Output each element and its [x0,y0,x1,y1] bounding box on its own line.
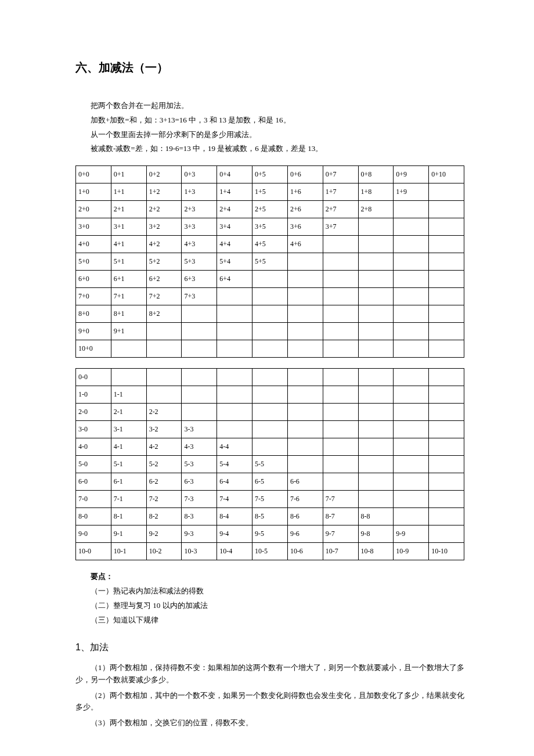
table-cell [252,340,288,358]
table-cell: 10-3 [182,543,217,560]
table-cell: 5-0 [76,456,111,473]
table-cell [429,253,464,271]
table-cell: 6+0 [76,271,111,288]
table-cell [394,288,429,305]
key-points: 要点： （一）熟记表内加法和减法的得数 （二）整理与复习 10 以内的加减法 （… [75,571,464,626]
table-cell: 5-3 [182,456,217,473]
table-cell: 10-2 [146,543,182,560]
table-cell [358,491,394,508]
rule-item: （1）两个数相加，保持得数不变：如果相加的这两个数有一个增大了，则另一个数就要减… [75,662,464,686]
table-cell [394,305,429,323]
table-cell: 0+9 [394,166,429,183]
table-cell: 1+6 [287,183,323,201]
table-cell [429,369,464,386]
table-cell [429,183,464,201]
table-cell [429,271,464,288]
table-cell: 10-5 [252,543,288,560]
table-cell [394,218,429,236]
table-cell [358,369,394,386]
table-cell: 10+0 [76,340,111,358]
table-cell: 9-9 [394,525,429,543]
table-cell: 9-3 [182,525,217,543]
table-cell [394,236,429,253]
table-cell: 9+0 [76,323,111,340]
table-cell: 7-6 [287,491,323,508]
table-cell [287,253,323,271]
table-cell [429,201,464,218]
table-cell [394,253,429,271]
table-cell [287,438,323,456]
table-cell: 3-0 [76,421,111,438]
table-cell [394,369,429,386]
table-cell [287,271,323,288]
table-cell [287,305,323,323]
table-cell: 8-0 [76,508,111,525]
table-row: 5-05-15-25-35-45-5 [76,456,464,473]
table-cell [358,253,394,271]
table-row: 3-03-13-23-3 [76,421,464,438]
table-cell: 8-3 [182,508,217,525]
table-cell [287,288,323,305]
table-cell [146,369,182,386]
table-cell: 3-3 [182,421,217,438]
table-cell: 6+2 [146,271,182,288]
table-cell: 8+1 [111,305,146,323]
table-cell [323,473,358,491]
table-cell: 4+4 [217,236,252,253]
table-cell: 6+3 [182,271,217,288]
key-points-title: 要点： [75,571,464,583]
table-cell [182,404,217,421]
table-cell [358,236,394,253]
table-cell [182,305,217,323]
table-cell: 1+2 [146,183,182,201]
table-row: 10+0 [76,340,464,358]
rule-item: （2）两个数相加，其中的一个数不变，如果另一个数变化则得数也会发生变化，且加数变… [75,690,464,714]
table-cell [429,305,464,323]
intro-line: 被减数-减数=差，如：19-6=13 中，19 是被减数，6 是减数，差是 13… [75,143,464,155]
table-cell [394,473,429,491]
table-cell: 8-8 [358,508,394,525]
table-cell: 1+9 [394,183,429,201]
table-cell [252,323,288,340]
table-cell: 0+5 [252,166,288,183]
table-cell [182,386,217,404]
table-row: 0+00+10+20+30+40+50+60+70+80+90+10 [76,166,464,183]
table-cell [252,421,288,438]
table-cell: 0+8 [358,166,394,183]
table-cell: 8-5 [252,508,288,525]
table-cell: 7-4 [217,491,252,508]
table-cell: 6-3 [182,473,217,491]
table-row: 0-0 [76,369,464,386]
table-cell: 8-6 [287,508,323,525]
table-cell: 4-1 [111,438,146,456]
intro-line: 把两个数合并在一起用加法。 [75,100,464,112]
table-cell [429,473,464,491]
table-row: 6-06-16-26-36-46-56-6 [76,473,464,491]
table-row: 4-04-14-24-34-4 [76,438,464,456]
table-cell: 9-1 [111,525,146,543]
table-cell [394,201,429,218]
table-cell [323,421,358,438]
table-cell [323,323,358,340]
table-row: 2+02+12+22+32+42+52+62+72+8 [76,201,464,218]
table-cell: 7+3 [182,288,217,305]
table-cell [323,340,358,358]
table-cell [394,491,429,508]
table-cell: 4-4 [217,438,252,456]
table-cell [287,456,323,473]
table-cell: 7-3 [182,491,217,508]
table-cell [429,386,464,404]
intro-block: 把两个数合并在一起用加法。 加数+加数=和，如：3+13=16 中，3 和 13… [75,100,464,155]
table-cell: 5+1 [111,253,146,271]
table-cell [287,386,323,404]
table-cell [394,340,429,358]
table-cell: 5-4 [217,456,252,473]
table-cell [217,386,252,404]
table-cell: 5+4 [217,253,252,271]
table-cell [287,340,323,358]
table-cell [429,438,464,456]
table-cell [323,404,358,421]
table-cell: 7+1 [111,288,146,305]
document-page: 六、加减法（一） 把两个数合并在一起用加法。 加数+加数=和，如：3+13=16… [0,0,534,756]
table-cell: 4+0 [76,236,111,253]
